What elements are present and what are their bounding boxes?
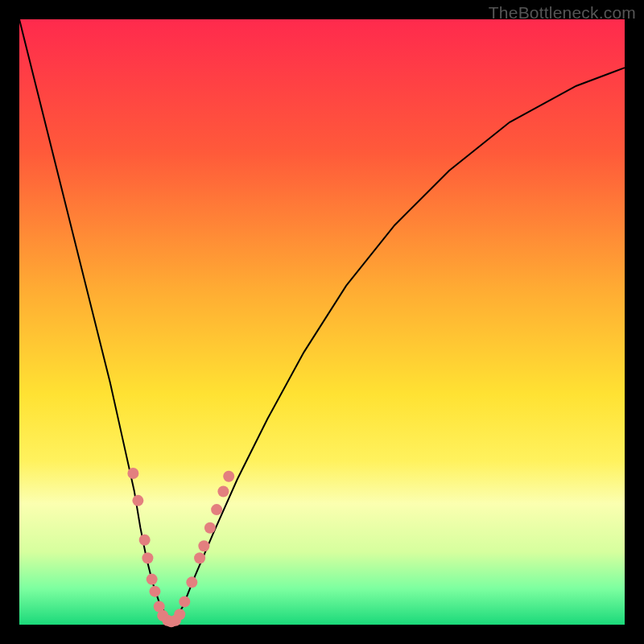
highlight-dot — [132, 495, 143, 506]
highlight-dot — [186, 576, 197, 588]
highlight-dot — [139, 535, 151, 546]
highlight-dot — [149, 586, 160, 597]
plot-area — [19, 19, 625, 625]
highlight-dot — [198, 540, 209, 551]
highlight-dot — [147, 574, 158, 585]
curve-layer — [19, 19, 625, 625]
chart-frame: TheBottleneck.com — [0, 0, 644, 644]
highlight-dot — [127, 468, 138, 479]
highlight-dot — [174, 609, 185, 620]
highlight-dot — [194, 552, 205, 564]
highlight-dot — [211, 504, 222, 515]
highlight-dot — [179, 596, 190, 607]
watermark-text: TheBottleneck.com — [489, 3, 636, 23]
highlight-dot — [217, 486, 229, 497]
highlight-dot — [223, 471, 234, 482]
bottleneck-curve — [19, 19, 625, 621]
highlight-dot — [204, 522, 216, 534]
highlight-dot — [142, 552, 153, 564]
